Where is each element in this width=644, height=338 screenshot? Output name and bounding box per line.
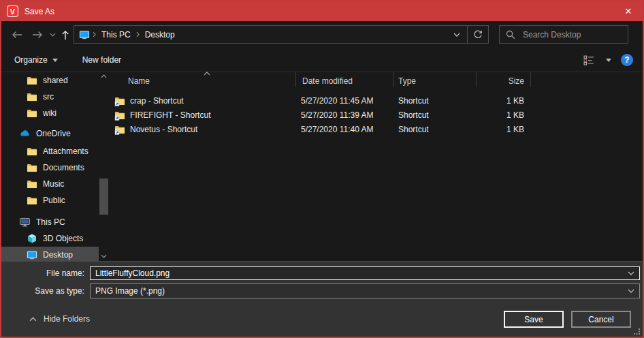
3d-cube-icon: [27, 233, 37, 244]
breadcrumb-this-pc[interactable]: This PC: [99, 30, 133, 40]
organize-label: Organize: [14, 55, 48, 65]
forward-button[interactable]: [29, 21, 46, 48]
dialog-footer: Hide Folders Save Cancel: [1, 305, 643, 337]
navigation-bar: This PC Desktop: [1, 21, 643, 48]
navigation-pane: shared src wiki OneDrive Attachments Doc…: [1, 72, 110, 261]
resize-grip[interactable]: [634, 328, 641, 335]
scroll-down-button[interactable]: [99, 251, 108, 261]
refresh-button[interactable]: [468, 26, 488, 43]
back-button[interactable]: [8, 21, 26, 48]
title-bar: V Save As ✕: [1, 1, 643, 21]
arrow-left-icon: [12, 31, 22, 39]
scrollbar-thumb[interactable]: [99, 179, 108, 215]
file-name-input[interactable]: [90, 266, 640, 280]
column-header-type[interactable]: Type: [393, 73, 476, 89]
sidebar-item-music[interactable]: Music: [1, 176, 99, 192]
up-button[interactable]: [57, 21, 74, 48]
chevron-down-icon: [606, 59, 611, 62]
computer-icon: [19, 217, 31, 228]
sidebar-item-shared[interactable]: shared: [1, 72, 99, 89]
cancel-button[interactable]: Cancel: [571, 311, 631, 328]
column-divider: [476, 72, 477, 87]
column-divider: [295, 72, 296, 87]
chevron-up-icon: [29, 317, 37, 322]
shortcut-folder-icon: [114, 95, 125, 106]
save-as-type-label: Save as type:: [1, 286, 84, 296]
save-as-dialog: V Save As ✕ This PC Desktop: [0, 0, 644, 338]
view-options-button[interactable]: [605, 51, 613, 69]
chevron-down-icon: [50, 33, 56, 37]
search-box: [499, 25, 628, 44]
desktop-monitor-icon: [27, 249, 37, 260]
chevron-up-icon: [101, 74, 107, 78]
chevron-down-icon[interactable]: [628, 289, 634, 293]
file-row-novetus-shortcut[interactable]: Novetus - Shortcut 5/27/2020 11:40 AM Sh…: [111, 122, 641, 136]
refresh-icon: [473, 30, 483, 40]
folder-icon: [27, 146, 37, 157]
scroll-up-button[interactable]: [99, 72, 108, 81]
column-divider: [393, 72, 393, 87]
file-list: Name Date modified Type Size crap - Shor…: [111, 72, 641, 261]
save-as-type-select[interactable]: PNG Image (*.png): [90, 283, 640, 298]
folder-icon: [27, 108, 37, 119]
column-divider: [530, 72, 531, 87]
chevron-down-icon: [453, 33, 460, 37]
file-row-firefight-shortcut[interactable]: FIREFIGHT - Shortcut 5/27/2020 11:39 AM …: [111, 108, 641, 122]
hide-folders-button[interactable]: Hide Folders: [29, 314, 90, 324]
change-view-button[interactable]: [582, 51, 596, 69]
shortcut-folder-icon: [114, 110, 125, 121]
chevron-down-icon[interactable]: [628, 271, 634, 275]
details-view-icon: [583, 55, 595, 65]
sidebar-item-documents[interactable]: Documents: [1, 159, 99, 176]
arrow-right-icon: [32, 31, 43, 39]
chevron-down-icon: [101, 254, 107, 258]
file-name-label: File name:: [1, 268, 84, 278]
breadcrumb-separator-icon: [136, 31, 140, 37]
new-folder-label: New folder: [82, 55, 121, 65]
window-title: Save As: [25, 7, 54, 16]
sidebar-item-attachments[interactable]: Attachments: [1, 143, 99, 159]
sidebar-item-3d-objects[interactable]: 3D Objects: [1, 230, 99, 247]
breadcrumb-desktop[interactable]: Desktop: [142, 30, 178, 40]
file-row-crap-shortcut[interactable]: crap - Shortcut 5/27/2020 11:45 AM Short…: [111, 93, 641, 108]
folder-icon: [27, 162, 37, 173]
new-folder-button[interactable]: New folder: [76, 51, 127, 69]
app-logo-icon: V: [7, 5, 18, 17]
help-button[interactable]: ?: [621, 54, 633, 66]
column-header-name[interactable]: Name: [111, 73, 295, 89]
address-bar[interactable]: This PC Desktop: [74, 25, 489, 44]
column-header-date-modified[interactable]: Date modified: [295, 73, 393, 89]
organize-button[interactable]: Organize: [8, 51, 64, 69]
command-toolbar: Organize New folder ?: [1, 48, 643, 72]
folder-icon: [27, 91, 37, 102]
search-input[interactable]: [521, 29, 630, 40]
search-icon: [506, 30, 515, 40]
save-button[interactable]: Save: [504, 311, 564, 328]
breadcrumb-separator-icon: [93, 31, 96, 37]
arrow-up-icon: [61, 30, 69, 40]
column-headers: Name Date modified Type Size: [111, 73, 641, 89]
sidebar-item-desktop[interactable]: Desktop: [1, 247, 99, 261]
column-header-size[interactable]: Size: [476, 73, 530, 89]
shortcut-folder-icon: [114, 124, 125, 135]
folder-icon: [27, 195, 37, 206]
sidebar-item-onedrive[interactable]: OneDrive: [1, 125, 99, 142]
sidebar-item-this-pc[interactable]: This PC: [1, 214, 99, 230]
chevron-down-icon: [52, 59, 58, 62]
sidebar-item-src[interactable]: src: [1, 89, 99, 105]
sidebar-scrollbar[interactable]: [99, 72, 108, 261]
desktop-monitor-icon: [79, 29, 90, 40]
file-fields-panel: File name: Save as type: PNG Image (*.pn…: [1, 261, 643, 307]
address-dropdown-button[interactable]: [447, 26, 467, 43]
folder-icon: [27, 179, 37, 189]
sidebar-item-wiki[interactable]: wiki: [1, 105, 99, 121]
folder-icon: [27, 75, 37, 86]
close-button[interactable]: ✕: [614, 1, 643, 21]
onedrive-cloud-icon: [19, 128, 31, 139]
sidebar-item-public[interactable]: Public: [1, 192, 99, 209]
